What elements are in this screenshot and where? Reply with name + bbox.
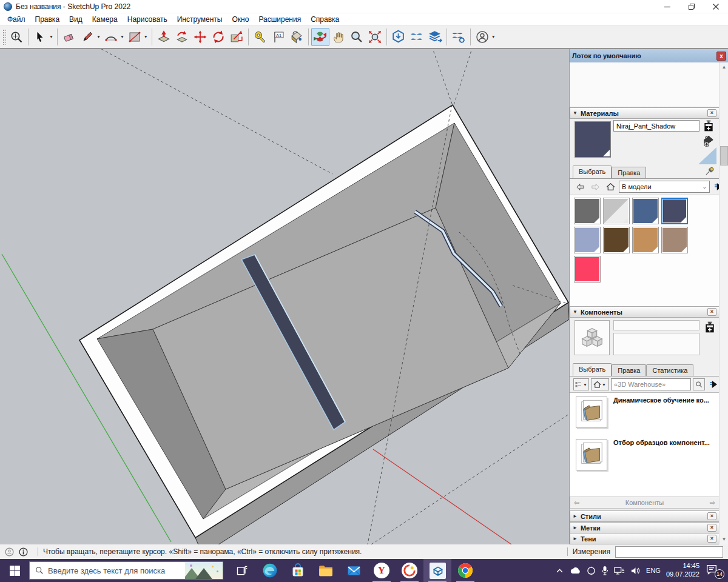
viewport-canvas[interactable] [0, 49, 569, 544]
tags-section-header[interactable]: ► Метки × [570, 522, 720, 534]
component-item-label[interactable]: Динамическое обучение ко... [613, 396, 718, 428]
folder-icon[interactable] [576, 439, 607, 470]
account-dropdown-arrow[interactable]: ▼ [491, 35, 496, 39]
materials-collection-dropdown[interactable]: В модели ⌄ [619, 181, 710, 193]
share-model-button[interactable] [408, 28, 426, 46]
styles-close-icon[interactable]: × [707, 512, 716, 520]
zoom-window-tool-button[interactable] [7, 28, 25, 46]
styles-section-header[interactable]: ► Стили × [570, 510, 720, 522]
taskbar-yandex-browser-icon[interactable]: Y [368, 559, 396, 582]
share-component-button[interactable] [426, 28, 444, 46]
material-swatch[interactable] [574, 256, 601, 283]
network-icon[interactable] [614, 566, 625, 575]
model-viewport[interactable] [0, 49, 569, 544]
create-material-button[interactable] [703, 119, 715, 133]
material-swatch[interactable] [574, 198, 601, 224]
expand-arrow-icon[interactable]: ► [573, 513, 578, 519]
component-name-field[interactable] [613, 320, 699, 330]
materials-tab-edit[interactable]: Правка [612, 167, 646, 178]
home-icon[interactable]: ▼ [591, 378, 609, 390]
eraser-tool-button[interactable] [60, 28, 78, 46]
list-item[interactable]: Отбор образцов компонент... [576, 439, 718, 470]
material-swatch[interactable] [661, 227, 688, 253]
materials-section-header[interactable]: ▼ Материалы × [570, 107, 720, 119]
material-swatch[interactable] [632, 227, 659, 253]
orbit-tool-button[interactable] [311, 28, 329, 46]
taskbar-edge-icon[interactable] [256, 559, 284, 582]
details-arrow-icon[interactable] [707, 378, 720, 390]
move-tool-button[interactable] [191, 28, 209, 46]
scale-tool-button[interactable] [228, 28, 246, 46]
restore-button[interactable] [679, 0, 704, 13]
scroll-down-icon[interactable]: ▼ [720, 535, 728, 544]
taskbar-mail-icon[interactable] [340, 559, 368, 582]
components-close-icon[interactable]: × [707, 308, 716, 316]
tray-close-icon[interactable]: x [716, 52, 726, 61]
taskbar-sketchup-icon[interactable] [423, 559, 451, 582]
material-name-input[interactable] [613, 120, 699, 132]
minimize-button[interactable] [655, 0, 679, 13]
zoom-extents-tool-button[interactable] [366, 28, 384, 46]
line-tool-button[interactable] [78, 28, 96, 46]
geolocation-icon[interactable] [5, 547, 14, 557]
task-view-button[interactable] [228, 559, 256, 582]
measurements-input[interactable] [615, 546, 723, 558]
menu-extensions[interactable]: Расширения [254, 14, 306, 25]
home-icon[interactable] [604, 181, 617, 193]
search-icon[interactable] [693, 378, 705, 390]
tags-close-icon[interactable]: × [707, 524, 716, 532]
view-options-icon[interactable]: ▼ [573, 378, 589, 390]
microphone-icon[interactable] [601, 566, 608, 575]
menu-window[interactable]: Окно [227, 14, 254, 25]
pan-tool-button[interactable] [329, 28, 348, 46]
component-item-label[interactable]: Отбор образцов компонент... [613, 439, 718, 470]
select-tool-button[interactable] [31, 28, 49, 46]
tape-measure-tool-button[interactable] [251, 28, 269, 46]
arc-dropdown-arrow[interactable]: ▼ [120, 35, 124, 39]
set-paint-material-button[interactable] [702, 134, 716, 148]
rotate-tool-button[interactable] [209, 28, 228, 46]
menu-view[interactable]: Вид [64, 14, 87, 25]
zoom-tool-button[interactable] [348, 28, 366, 46]
menu-camera[interactable]: Камера [87, 14, 123, 25]
scroll-up-icon[interactable]: ▲ [720, 62, 728, 72]
action-center-button[interactable]: 14 [705, 563, 723, 578]
list-item[interactable]: Динамическое обучение ко... [576, 396, 718, 428]
material-preview-swatch[interactable] [575, 121, 611, 158]
menu-tools[interactable]: Инструменты [172, 14, 228, 25]
pager-left-icon[interactable]: ⇦ [574, 499, 579, 507]
language-indicator[interactable]: ENG [646, 567, 661, 574]
rectangle-tool-button[interactable] [126, 28, 144, 46]
taskbar-search-box[interactable]: Введите здесь текст для поиска [29, 561, 223, 580]
materials-tab-select[interactable]: Выбрать [573, 166, 612, 178]
tray-title-bar[interactable]: Лоток по умолчанию x [570, 49, 728, 62]
back-arrow-icon[interactable] [573, 181, 587, 193]
back-material-swatch[interactable] [698, 147, 716, 164]
menu-help[interactable]: Справка [306, 14, 344, 25]
push-pull-tool-button[interactable] [155, 28, 173, 46]
search-highlights-art[interactable] [185, 562, 223, 579]
components-section-header[interactable]: ▼ Компоненты × [570, 306, 720, 318]
collapse-arrow-icon[interactable]: ▼ [573, 309, 578, 315]
select-dropdown-arrow[interactable]: ▼ [49, 35, 53, 39]
close-button[interactable] [704, 0, 728, 13]
material-swatch[interactable] [603, 227, 630, 253]
scrollbar-thumb[interactable] [720, 146, 728, 166]
account-button[interactable] [473, 28, 491, 46]
pager-right-icon[interactable]: ⇨ [710, 499, 715, 507]
volume-icon[interactable] [630, 566, 641, 575]
warehouse-search-input[interactable]: «3D Warehouse» [611, 378, 691, 390]
material-swatch[interactable] [603, 198, 630, 224]
component-add-button[interactable] [704, 321, 716, 334]
extension-manager-button[interactable] [450, 28, 468, 46]
material-swatch[interactable] [632, 198, 659, 224]
taskbar-store-icon[interactable] [284, 559, 312, 582]
info-icon[interactable] [19, 547, 28, 557]
paint-bucket-tool-button[interactable] [288, 28, 306, 46]
shadows-section-header[interactable]: ► Тени × [570, 533, 720, 544]
onedrive-cloud-icon[interactable] [569, 566, 581, 575]
tray-expand-chevron-icon[interactable] [556, 567, 564, 575]
expand-arrow-icon[interactable]: ► [573, 525, 578, 530]
components-tab-stats[interactable]: Статистика [646, 364, 693, 376]
line-dropdown-arrow[interactable]: ▼ [96, 35, 101, 39]
